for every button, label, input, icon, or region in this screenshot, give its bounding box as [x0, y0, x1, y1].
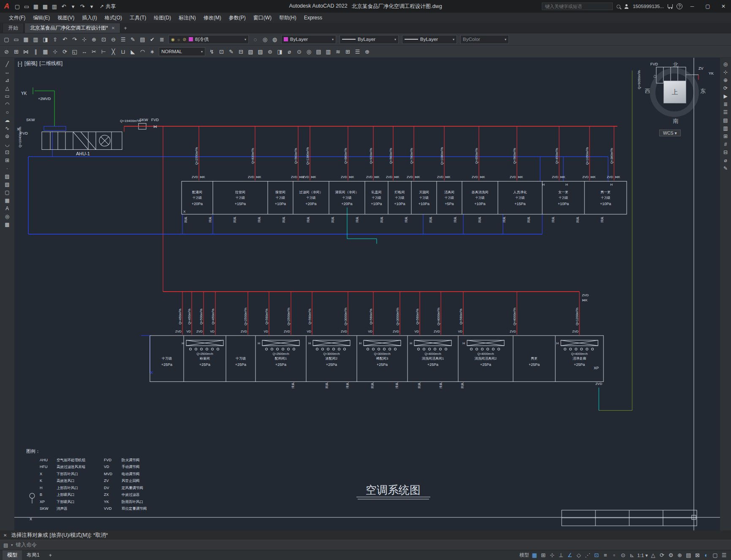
hatch-icon[interactable]: ▨	[2, 172, 13, 180]
cad-text[interactable]: +10Pa	[600, 202, 611, 206]
selection-cycling-icon[interactable]: ⊙	[619, 551, 628, 560]
cad-text[interactable]: VD	[368, 330, 373, 333]
diffuser-circle[interactable]	[327, 348, 329, 350]
minimize-button[interactable]: ─	[686, 0, 698, 12]
cad-text[interactable]: 回风	[461, 382, 464, 388]
cad-text[interactable]: 十万级	[161, 357, 172, 360]
cad-text[interactable]: ⋈K	[349, 175, 354, 179]
diffuser-circle[interactable]	[575, 348, 577, 350]
cad-text[interactable]: ZVD	[303, 175, 310, 179]
clean-screen-icon[interactable]: ▢	[711, 551, 720, 560]
cad-text[interactable]: ⋈K	[615, 175, 620, 179]
cad-text[interactable]: +25Pa	[326, 363, 337, 367]
dynamic-ucs-icon[interactable]: ⊾	[628, 551, 636, 560]
cad-text[interactable]: ⋈K	[480, 175, 485, 179]
cad-text[interactable]: FVD	[151, 118, 159, 122]
cad-text[interactable]: +25Pa	[480, 363, 491, 367]
cad-text[interactable]: ⋈K	[311, 175, 316, 179]
list-view-icon[interactable]: ☰	[353, 47, 362, 57]
cad-text[interactable]: ZVD	[552, 175, 559, 179]
cad-text[interactable]: SKW	[26, 118, 35, 122]
cad-text[interactable]: ⋈K	[560, 175, 565, 179]
array-icon[interactable]: ▦	[41, 47, 50, 57]
cad-text[interactable]: ZVD	[472, 175, 478, 179]
cad-text[interactable]: ZVD	[393, 330, 399, 333]
diffuser-circle[interactable]	[498, 348, 500, 350]
cad-text[interactable]: SKW	[139, 118, 148, 122]
cad-text[interactable]: 十万级	[342, 196, 352, 200]
menu-parametric[interactable]: 参数(P)	[225, 13, 250, 23]
cad-text[interactable]: ZVD	[434, 330, 440, 333]
cad-text[interactable]: X	[183, 210, 186, 214]
showmotion-icon[interactable]: ▶	[720, 92, 731, 100]
cad-text[interactable]: 十万级	[559, 196, 568, 200]
cad-text[interactable]: Q=4000m³/h	[424, 352, 441, 356]
cad-text[interactable]: +20Pa	[305, 202, 316, 206]
circle-icon[interactable]: ○	[2, 108, 13, 116]
cad-text[interactable]: ⋈K	[590, 175, 596, 179]
visual-style-control[interactable]: [二维线框]	[39, 60, 63, 67]
move-icon[interactable]: ⊹	[50, 47, 60, 57]
cad-text[interactable]: VD	[458, 330, 463, 333]
clip-icon[interactable]: ◨	[275, 47, 285, 57]
snap-mode-icon[interactable]: ⊞	[539, 551, 548, 560]
cad-text[interactable]: 手动调节阀	[122, 465, 139, 469]
cad-text[interactable]: Q=3000m³/h	[344, 308, 348, 325]
cad-text[interactable]: Q=920m³/h	[369, 148, 373, 164]
layer-isolate-icon[interactable]: ◎	[260, 35, 270, 44]
cad-text[interactable]: VVD	[104, 506, 112, 511]
cad-text[interactable]: 下部百叶风口	[56, 472, 78, 476]
cad-text[interactable]: ZX	[104, 492, 109, 497]
tab-start[interactable]: 开始	[3, 23, 24, 33]
cad-text[interactable]: 拉管间	[235, 190, 245, 194]
cad-text[interactable]: 洁具间	[444, 190, 454, 194]
orbit-icon[interactable]: ⟳	[720, 84, 731, 92]
diffuser-circle[interactable]	[195, 348, 197, 350]
diffuser-circle[interactable]	[367, 348, 369, 350]
count-panel-icon[interactable]: #	[720, 140, 731, 148]
cad-text[interactable]: ZVD	[284, 330, 291, 333]
match-properties-icon[interactable]: ✎	[128, 35, 138, 44]
cad-text[interactable]: Q=10400m³/h	[18, 127, 22, 147]
diffuser-circle[interactable]	[271, 348, 273, 350]
cad-text[interactable]: B	[40, 492, 42, 497]
cad-text[interactable]: 图例：	[26, 449, 40, 454]
redo-dropdown-icon[interactable]: ▾	[87, 1, 96, 11]
external-reference-icon[interactable]: ⊟	[236, 47, 246, 57]
cad-text[interactable]: 回风	[576, 217, 579, 223]
diffuser-circle[interactable]	[476, 348, 478, 350]
cad-text[interactable]: 回风	[282, 217, 285, 223]
cad-line[interactable]	[73, 132, 88, 149]
diffuser-circle[interactable]	[470, 348, 473, 350]
cad-text[interactable]: 消声器	[56, 506, 68, 511]
cad-text[interactable]: ZVD	[510, 175, 516, 179]
cad-text[interactable]: ⋈K	[415, 175, 420, 179]
diffuser-circle[interactable]	[338, 348, 340, 350]
cad-text[interactable]: VD	[104, 465, 109, 469]
cad-text[interactable]: VD	[307, 330, 312, 333]
drawing-canvas[interactable]: 配液间十万级+20Pa拉管间十万级+15Pa接管间十万级+10Pa过滤间（冷间）…	[14, 58, 720, 530]
mirror-icon[interactable]: ⋈	[21, 47, 31, 57]
cad-text[interactable]: ⋈K	[445, 175, 451, 179]
insert-block-icon[interactable]: ⊡	[217, 47, 226, 57]
diffuser-circle[interactable]	[481, 348, 484, 350]
help-icon[interactable]: ?	[677, 3, 682, 9]
wave-tool-icon[interactable]: ≋	[333, 47, 343, 57]
diffuser-circle[interactable]	[440, 348, 442, 350]
cad-text[interactable]: +10Pa	[394, 202, 405, 206]
polar-tracking-icon[interactable]: ∠	[565, 551, 574, 560]
command-input[interactable]: ▤ ▾ 键入命令	[0, 540, 731, 550]
cad-text[interactable]: 十万级	[193, 196, 202, 200]
cad-text[interactable]: ZVD	[291, 175, 298, 179]
cad-text[interactable]: 十万级	[372, 196, 381, 200]
break-icon[interactable]: ╳	[109, 47, 118, 57]
open-file-icon[interactable]: ▭	[22, 1, 31, 11]
cad-text[interactable]: Q=560m³/h	[294, 148, 298, 164]
cad-text[interactable]: 回风	[380, 217, 383, 223]
diffuser-circle[interactable]	[288, 348, 290, 350]
measure-panel-icon[interactable]: ⌀	[720, 156, 731, 164]
app-store-cart-icon[interactable]	[668, 4, 673, 8]
ellipse-icon[interactable]: ⊜	[2, 132, 13, 140]
cad-text[interactable]: 洁净走廊	[573, 357, 586, 360]
model-paper-toggle[interactable]: 模型	[519, 551, 530, 560]
